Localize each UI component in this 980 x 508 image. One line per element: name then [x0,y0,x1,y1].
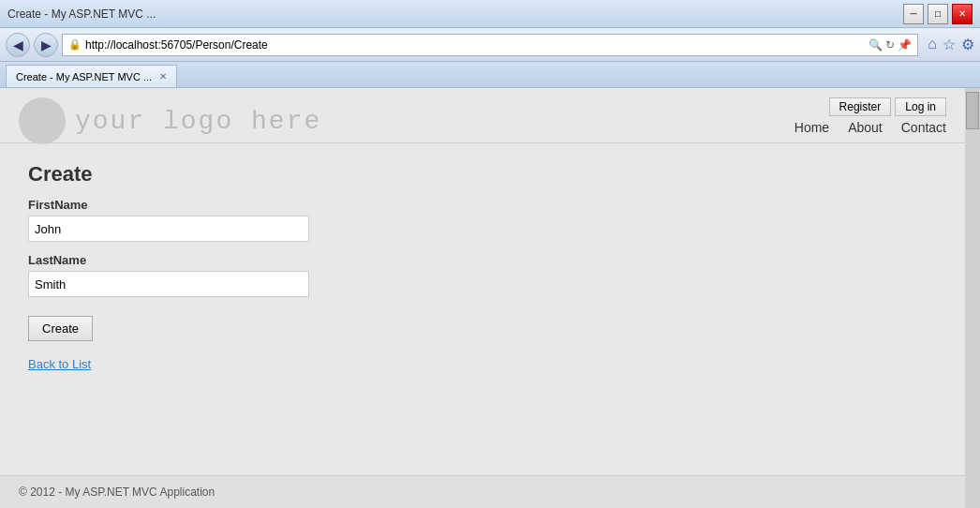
tab-bar: Create - My ASP.NET MVC ... ✕ [0,62,980,88]
lock-icon: 🔒 [68,38,82,51]
active-tab[interactable]: Create - My ASP.NET MVC ... ✕ [6,65,177,87]
toolbar-right: ⌂ ☆ ⚙ [928,36,974,53]
url-input[interactable] [85,38,865,52]
title-bar: Create - My ASP.NET MVC ... ─ □ ✕ [0,0,980,28]
address-bar-icons: 🔍 ↻ 📌 [869,38,912,52]
nav-home[interactable]: Home [794,120,829,135]
page-title: Create [28,162,937,187]
site-footer: © 2012 - My ASP.NET MVC Application [0,475,965,508]
window-controls: ─ □ ✕ [903,4,973,24]
pin-icon[interactable]: 📌 [898,38,912,52]
firstname-group: FirstName [28,198,937,242]
create-button[interactable]: Create [28,316,93,341]
back-link-wrapper: Back to List [28,356,937,371]
settings-icon[interactable]: ⚙ [961,36,974,53]
page-with-scroll: your logo here Register Log in Home Abou… [0,88,980,508]
tab-close-button[interactable]: ✕ [159,71,167,82]
lastname-input[interactable] [28,271,309,297]
home-icon[interactable]: ⌂ [928,36,937,53]
address-bar[interactable]: 🔒 🔍 ↻ 📌 [62,34,918,56]
lastname-group: LastName [28,253,937,297]
window-title: Create - My ASP.NET MVC ... [7,7,156,21]
site-header-wrapper: your logo here Register Log in Home Abou… [0,88,965,143]
minimize-button[interactable]: ─ [903,4,924,24]
refresh-icon[interactable]: ↻ [885,38,895,52]
close-button[interactable]: ✕ [952,4,973,24]
back-button[interactable]: ◀ [6,33,30,57]
logo-circle [19,97,66,144]
forward-button[interactable]: ▶ [34,33,58,57]
maximize-button[interactable]: □ [928,4,948,24]
tab-title: Create - My ASP.NET MVC ... [16,71,152,82]
firstname-input[interactable] [28,216,309,242]
lastname-label: LastName [28,253,937,267]
back-to-list-link[interactable]: Back to List [28,357,91,371]
search-icon[interactable]: 🔍 [869,38,883,52]
nav-about[interactable]: About [848,120,883,135]
scrollbar[interactable] [965,88,980,508]
main-content: Create FirstName LastName Create Back to… [0,143,965,475]
scrollbar-thumb[interactable] [966,92,979,129]
logo-area: your logo here [19,97,321,144]
browser-window: Create - My ASP.NET MVC ... ─ □ ✕ ◀ ▶ 🔒 … [0,0,980,508]
favorites-icon[interactable]: ☆ [943,36,956,53]
nav-contact[interactable]: Contact [901,120,946,135]
footer-copyright: © 2012 - My ASP.NET MVC Application [19,486,215,499]
login-button[interactable]: Log in [895,97,946,116]
browser-toolbar: ◀ ▶ 🔒 🔍 ↻ 📌 ⌂ ☆ ⚙ [0,28,980,62]
page-inner: your logo here Register Log in Home Abou… [0,88,965,508]
site-header: your logo here Register Log in Home Abou… [0,88,965,143]
register-button[interactable]: Register [829,97,892,116]
logo-text: your logo here [75,107,321,136]
firstname-label: FirstName [28,198,937,212]
